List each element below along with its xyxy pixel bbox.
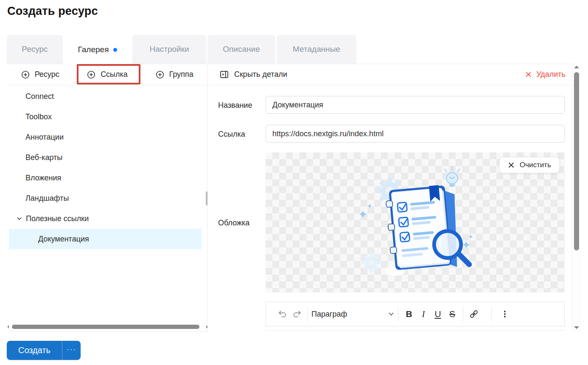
tree-item-label: Ландшафты xyxy=(9,194,69,203)
name-label: Название xyxy=(218,101,252,110)
italic-button[interactable]: I xyxy=(416,306,431,322)
tree-toolbar: Ресурс Ссылка Группа xyxy=(7,64,208,85)
cover-illustration xyxy=(352,159,479,286)
tree-scrollbar-thumb[interactable] xyxy=(206,191,207,205)
gallery-panel: Ресурс Ссылка Группа Connect xyxy=(7,64,571,331)
strikethrough-button[interactable]: S xyxy=(445,306,459,322)
page-title: Создать ресурс xyxy=(7,5,98,18)
vertical-scrollbar[interactable] xyxy=(572,64,581,332)
name-input[interactable] xyxy=(266,96,565,114)
add-link-button[interactable]: Ссылка xyxy=(73,64,140,85)
hide-details-button[interactable]: Скрыть детали xyxy=(220,70,287,79)
scroll-up-icon[interactable] xyxy=(574,66,579,68)
tree-item-label: Аннотации xyxy=(9,133,64,142)
close-icon xyxy=(508,162,515,168)
details-toolbar: Скрыть детали Удалить xyxy=(208,64,571,85)
tree-item-annotations[interactable]: Аннотации xyxy=(9,127,202,147)
editor-toolbar: Параграф B I U S xyxy=(266,302,565,326)
link-label: Ссылка xyxy=(218,130,245,139)
scroll-right-icon[interactable] xyxy=(206,325,208,328)
tree-item-label: Документация xyxy=(9,235,89,244)
link-icon xyxy=(469,309,479,319)
bold-button[interactable]: B xyxy=(402,306,416,322)
add-resource-button[interactable]: Ресурс xyxy=(7,64,73,85)
more-options-button[interactable] xyxy=(498,306,512,322)
tab-description[interactable]: Описание xyxy=(207,35,275,64)
chevron-down-icon xyxy=(388,311,395,317)
toolbar-divider xyxy=(308,307,308,321)
details-panel: Скрыть детали Удалить Название Ссылка Об… xyxy=(208,64,571,331)
cover-label: Обложка xyxy=(218,219,249,227)
panel-collapse-icon xyxy=(220,70,229,79)
add-group-button[interactable]: Группа xyxy=(141,64,208,85)
redo-icon xyxy=(292,309,302,319)
tree-item-connect[interactable]: Connect xyxy=(9,86,202,107)
undo-button[interactable] xyxy=(275,306,290,322)
tree-item-attachments[interactable]: Вложения xyxy=(9,168,202,188)
tab-bar: Ресурс Галерея Настройки Описание Метада… xyxy=(7,35,356,64)
editor-content-edge xyxy=(266,330,565,331)
paragraph-style-select[interactable]: Параграф xyxy=(311,306,395,322)
tab-resource[interactable]: Ресурс xyxy=(7,35,63,64)
plus-circle-icon xyxy=(156,70,164,79)
delete-button[interactable]: Удалить xyxy=(525,70,566,79)
create-more-button[interactable]: ··· xyxy=(62,341,81,360)
insert-link-button[interactable] xyxy=(467,306,481,322)
tree-item-label: Веб-карты xyxy=(9,153,62,162)
add-group-label: Группа xyxy=(169,70,193,79)
underline-button[interactable]: U xyxy=(431,306,445,322)
clear-cover-label: Очистить xyxy=(520,161,551,169)
horizontal-scrollbar-thumb[interactable] xyxy=(12,325,199,329)
chevron-down-icon[interactable] xyxy=(16,216,22,222)
add-resource-label: Ресурс xyxy=(35,70,59,79)
tab-label: Описание xyxy=(223,45,260,54)
toolbar-divider xyxy=(398,307,398,321)
create-button[interactable]: Создать xyxy=(7,341,62,360)
toolbar-divider xyxy=(491,307,492,321)
delete-label: Удалить xyxy=(536,70,566,79)
create-split-button: Создать ··· xyxy=(7,341,81,360)
resource-tree-panel: Ресурс Ссылка Группа Connect xyxy=(7,64,208,331)
unsaved-dot-icon xyxy=(113,48,117,52)
horizontal-scrollbar[interactable] xyxy=(7,323,208,331)
tree-item-useful-links[interactable]: Полезные ссылки xyxy=(9,208,202,229)
tree-item-toolbox[interactable]: Toolbox xyxy=(9,107,202,127)
tab-metadata[interactable]: Метаданные xyxy=(277,35,356,64)
tab-label: Настройки xyxy=(149,45,189,54)
cover-preview[interactable]: Очистить xyxy=(266,152,565,292)
more-vertical-icon xyxy=(500,309,510,319)
tree-item-label: Toolbox xyxy=(9,112,52,121)
plus-circle-icon xyxy=(21,70,30,79)
add-link-label: Ссылка xyxy=(101,70,128,79)
resource-tree: Connect Toolbox Аннотации Веб-карты Влож… xyxy=(7,86,208,249)
hide-details-label: Скрыть детали xyxy=(234,70,287,79)
tab-label: Метаданные xyxy=(293,45,340,54)
scroll-down-icon[interactable] xyxy=(574,326,579,329)
tree-item-landscapes[interactable]: Ландшафты xyxy=(9,188,202,208)
tree-item-label: Полезные ссылки xyxy=(22,214,89,223)
bulb-decoration xyxy=(444,166,459,187)
tree-item-label: Вложения xyxy=(9,174,61,182)
tab-gallery[interactable]: Галерея xyxy=(64,35,131,64)
clear-cover-button[interactable]: Очистить xyxy=(499,157,560,173)
paragraph-style-value: Параграф xyxy=(311,310,388,319)
tab-label: Ресурс xyxy=(22,45,48,54)
tree-item-webmaps[interactable]: Веб-карты xyxy=(9,147,202,168)
undo-icon xyxy=(277,309,288,319)
tree-item-label: Connect xyxy=(9,92,54,101)
vertical-scrollbar-thumb[interactable] xyxy=(574,72,579,250)
redo-button[interactable] xyxy=(290,306,304,322)
tab-settings[interactable]: Настройки xyxy=(132,35,206,64)
plus-circle-icon xyxy=(87,70,95,79)
link-input[interactable] xyxy=(266,125,565,143)
close-icon xyxy=(525,71,532,78)
scroll-left-icon[interactable] xyxy=(7,325,9,328)
toolbar-divider xyxy=(463,307,463,321)
tab-label: Галерея xyxy=(78,45,109,54)
tree-item-documentation[interactable]: Документация xyxy=(9,229,202,249)
